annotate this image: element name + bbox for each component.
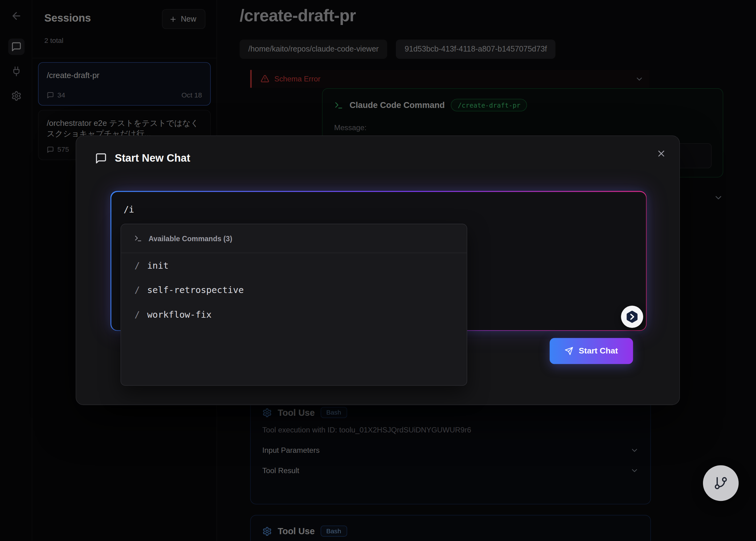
command-prefix: / xyxy=(135,260,140,270)
modal-title: Start New Chat xyxy=(115,152,190,164)
command-name: self-retrospective xyxy=(147,285,244,295)
terminal-icon xyxy=(134,235,143,243)
command-option-self-retrospective[interactable]: / self-retrospective xyxy=(121,277,467,302)
close-button[interactable] xyxy=(652,145,670,162)
start-chat-label: Start Chat xyxy=(579,346,618,356)
workflow-fab-button[interactable] xyxy=(703,465,739,501)
dropdown-header: Available Commands (3) xyxy=(121,224,467,253)
extension-hexagon-icon xyxy=(625,310,639,324)
app-root: Sessions New 2 total /create-draft-pr 34… xyxy=(0,0,756,541)
available-commands-label: Available Commands (3) xyxy=(149,235,232,243)
command-prefix: / xyxy=(135,310,140,320)
send-icon xyxy=(565,347,573,355)
command-option-init[interactable]: / init xyxy=(121,253,467,278)
extension-button[interactable] xyxy=(621,306,643,328)
command-prefix: / xyxy=(135,285,140,295)
start-new-chat-modal: Start New Chat /i Available Commands (3)… xyxy=(76,135,680,405)
start-chat-button[interactable]: Start Chat xyxy=(550,338,633,364)
chat-icon xyxy=(95,152,107,164)
command-option-workflow-fix[interactable]: / workflow-fix xyxy=(121,302,467,327)
git-branch-icon xyxy=(713,476,728,490)
command-name: init xyxy=(147,260,169,270)
command-name: workflow-fix xyxy=(147,310,211,320)
close-icon xyxy=(656,148,666,159)
command-autocomplete-dropdown: Available Commands (3) / init / self-ret… xyxy=(121,224,467,385)
